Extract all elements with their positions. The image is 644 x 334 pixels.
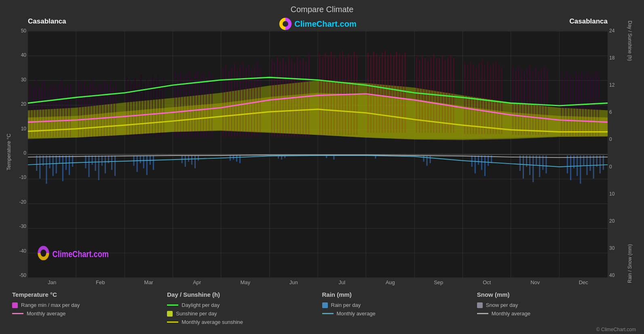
rtick-18: 18 (609, 55, 620, 61)
x-label-jan: Jan (28, 279, 76, 285)
legend-temp-title: Temperature °C (12, 291, 167, 298)
svg-rect-217 (114, 155, 116, 176)
legend-snow-avg-label: Monthly average (492, 311, 530, 317)
svg-rect-242 (427, 155, 428, 166)
svg-rect-224 (153, 155, 154, 170)
x-label-oct: Oct (463, 279, 511, 285)
snow-bar-icon (477, 302, 483, 308)
svg-rect-233 (236, 155, 237, 162)
watermark-text: ClimeChart.com (294, 19, 356, 29)
tick-m50: -50 (19, 272, 26, 278)
svg-rect-221 (143, 155, 144, 168)
legend-temperature: Temperature °C Range min / max per day M… (12, 291, 167, 325)
rtick-30: 30 (609, 245, 620, 251)
rtick-12: 12 (609, 82, 620, 88)
svg-rect-205 (65, 155, 67, 170)
copyright: © ClimeChart.com (0, 325, 644, 334)
svg-rect-259 (546, 155, 547, 173)
svg-rect-247 (481, 155, 482, 170)
x-label-may: May (221, 279, 270, 285)
legend-rain-bar-label: Rain per day (331, 302, 361, 308)
tick-40: 40 (21, 52, 26, 58)
right-y-ticks-top: 24 18 12 6 0 0 10 20 30 40 (608, 17, 620, 287)
legend-snow-bar: Snow per day (477, 302, 632, 308)
legend-snow: Snow (mm) Snow per day Monthly average (477, 291, 632, 325)
tick-50: 50 (21, 28, 26, 34)
legend-sunshine: Day / Sunshine (h) Daylight per day Suns… (167, 291, 322, 325)
svg-rect-209 (88, 155, 89, 177)
svg-rect-234 (239, 155, 241, 163)
svg-rect-271 (603, 155, 604, 170)
svg-rect-229 (194, 155, 196, 168)
legend-sunshine-title: Day / Sunshine (h) (167, 291, 322, 298)
x-axis-labels: Jan Feb Mar Apr May Jun Jul Aug Sep Oct … (28, 278, 608, 287)
svg-rect-246 (478, 155, 479, 165)
svg-rect-249 (488, 155, 489, 166)
logo-icon (279, 17, 292, 30)
svg-rect-197 (39, 155, 40, 179)
rain-bar-icon (322, 302, 328, 308)
svg-rect-211 (95, 155, 96, 171)
legend-rain: Rain (mm) Rain per day Monthly average (322, 291, 477, 325)
svg-rect-267 (590, 155, 591, 171)
tick-m30: -30 (19, 223, 26, 229)
svg-point-1 (283, 21, 288, 27)
svg-rect-220 (140, 155, 141, 163)
x-label-aug: Aug (366, 279, 415, 285)
page-title: Compare Climate (0, 0, 644, 17)
svg-rect-257 (539, 155, 540, 177)
rain-avg-icon (322, 313, 334, 314)
svg-rect-260 (567, 155, 568, 173)
svg-rect-268 (593, 155, 594, 179)
legend-temp-avg: Monthly average (12, 311, 167, 317)
tick-m20: -20 (19, 199, 26, 205)
legend-snow-bar-label: Snow per day (486, 302, 518, 308)
rtick-40: 40 (609, 272, 620, 278)
legend-snow-avg: Monthly average (477, 311, 632, 317)
rtick-r0: 0 (609, 164, 620, 170)
svg-rect-214 (105, 155, 106, 173)
chart-top-labels: Casablanca ClimeChart.com Casablanca (28, 17, 608, 31)
snow-avg-icon (477, 313, 488, 314)
legend-rain-bar: Rain per day (322, 302, 477, 308)
svg-rect-208 (85, 155, 86, 168)
legend-rain-avg: Monthly average (322, 311, 477, 317)
svg-rect-239 (333, 155, 334, 160)
tick-30: 30 (21, 77, 26, 83)
legend-section: Temperature °C Range min / max per day M… (0, 287, 644, 325)
svg-rect-227 (188, 155, 189, 162)
legend-sunshine-avg: Monthly average sunshine (167, 319, 322, 325)
x-label-dec: Dec (560, 279, 608, 285)
legend-sunshine-bar: Sunshine per day (167, 311, 322, 317)
rtick-0: 0 (609, 136, 620, 142)
svg-rect-228 (191, 155, 192, 165)
svg-rect-202 (56, 155, 57, 173)
x-label-jun: Jun (270, 279, 318, 285)
svg-rect-255 (532, 155, 534, 182)
svg-rect-243 (430, 155, 431, 163)
svg-rect-204 (62, 155, 63, 181)
x-label-mar: Mar (125, 279, 173, 285)
legend-temp-avg-label: Monthly average (27, 311, 65, 317)
watermark-top: ClimeChart.com (279, 17, 356, 30)
left-y-ticks: 50 40 30 20 10 0 -10 -20 -30 -40 -50 (13, 17, 28, 287)
svg-rect-270 (600, 155, 601, 173)
x-label-nov: Nov (511, 279, 560, 285)
tick-m40: -40 (19, 248, 26, 254)
rtick-6: 6 (609, 109, 620, 115)
left-axis-label: Temperature °C (4, 17, 13, 287)
rtick-24: 24 (609, 28, 620, 34)
legend-daylight: Daylight per day (167, 302, 322, 308)
right-axis-labels: Day / Sunshine (h) Rain / Snow (mm) (620, 17, 640, 287)
svg-rect-222 (146, 155, 148, 175)
legend-temp-range: Range min / max per day (12, 302, 167, 308)
rtick-20: 20 (609, 218, 620, 224)
svg-rect-216 (111, 155, 112, 170)
svg-rect-199 (46, 155, 47, 184)
svg-rect-238 (326, 155, 327, 158)
main-container: Compare Climate Temperature °C 50 40 30 … (0, 0, 644, 334)
tick-0: 0 (23, 150, 26, 156)
daylight-icon (167, 304, 178, 306)
svg-rect-241 (423, 155, 424, 162)
tick-m10: -10 (19, 174, 26, 180)
